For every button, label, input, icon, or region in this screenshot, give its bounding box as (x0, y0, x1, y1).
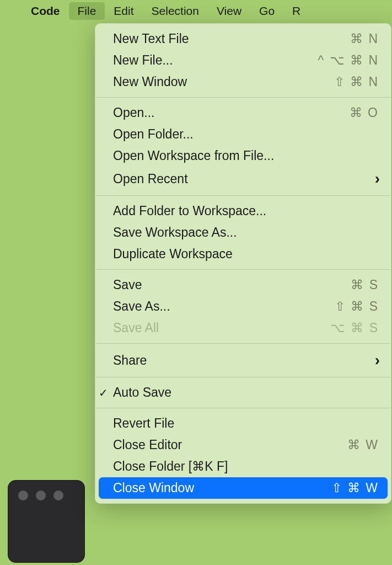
kbd: ⌘ S (351, 278, 379, 292)
menu-close-folder[interactable]: Close Folder [⌘K F] (95, 456, 391, 477)
kbd: ⌘ O (350, 105, 379, 120)
menu-save-workspace-as[interactable]: Save Workspace As... (95, 222, 391, 243)
traffic-minimize[interactable] (36, 491, 46, 500)
menu-duplicate-workspace[interactable]: Duplicate Workspace (95, 243, 391, 265)
menubar-item-go[interactable]: Go (250, 2, 283, 20)
menu-separator (96, 408, 390, 408)
menu-separator (96, 377, 390, 377)
menubar-item-run-partial[interactable]: R (283, 2, 309, 20)
kbd: ⌘ W (347, 438, 379, 452)
menu-open-folder[interactable]: Open Folder... (95, 124, 391, 145)
menu-close-editor[interactable]: Close Editor ⌘ W (95, 434, 391, 456)
chevron-right-icon: › (375, 170, 380, 188)
chevron-right-icon: › (375, 351, 380, 369)
kbd: ⇧ ⌘ N (334, 74, 379, 89)
menubar-item-code[interactable]: Code (22, 2, 69, 20)
background-window (8, 480, 85, 563)
menu-separator (96, 343, 390, 344)
kbd: ⌘ N (350, 31, 379, 46)
menu-new-file[interactable]: New File... ^ ⌥ ⌘ N (95, 50, 391, 71)
menu-new-window[interactable]: New Window ⇧ ⌘ N (95, 71, 391, 93)
menu-save[interactable]: Save ⌘ S (95, 274, 391, 296)
menu-share[interactable]: Share › (95, 348, 391, 372)
kbd: ^ ⌥ ⌘ N (318, 53, 379, 68)
menubar-item-file[interactable]: File (69, 2, 105, 20)
menu-separator (96, 97, 390, 98)
menubar-item-view[interactable]: View (208, 2, 250, 20)
menu-open-recent[interactable]: Open Recent › (95, 167, 391, 191)
menu-auto-save[interactable]: ✓ Auto Save (95, 382, 391, 403)
menubar: Code File Edit Selection View Go R (0, 0, 392, 21)
menu-open-workspace-from-file[interactable]: Open Workspace from File... (95, 145, 391, 167)
menu-separator (96, 195, 390, 196)
kbd: ⇧ ⌘ W (331, 481, 379, 495)
menu-add-folder-to-workspace[interactable]: Add Folder to Workspace... (95, 200, 391, 222)
menu-separator (96, 269, 390, 270)
menubar-item-selection[interactable]: Selection (143, 2, 208, 20)
check-icon: ✓ (99, 386, 108, 399)
menu-new-text-file[interactable]: New Text File ⌘ N (95, 28, 391, 50)
traffic-zoom[interactable] (53, 491, 63, 500)
menu-open[interactable]: Open... ⌘ O (95, 102, 391, 124)
menu-close-window[interactable]: Close Window ⇧ ⌘ W (99, 477, 388, 499)
kbd: ⌥ ⌘ S (330, 321, 379, 335)
menubar-item-edit[interactable]: Edit (105, 2, 142, 20)
menu-save-as[interactable]: Save As... ⇧ ⌘ S (95, 296, 391, 317)
traffic-close[interactable] (18, 491, 28, 500)
menu-save-all: Save All ⌥ ⌘ S (95, 317, 391, 339)
kbd: ⇧ ⌘ S (335, 299, 379, 314)
file-menu-dropdown: New Text File ⌘ N New File... ^ ⌥ ⌘ N Ne… (95, 23, 391, 504)
menu-revert-file[interactable]: Revert File (95, 413, 391, 434)
